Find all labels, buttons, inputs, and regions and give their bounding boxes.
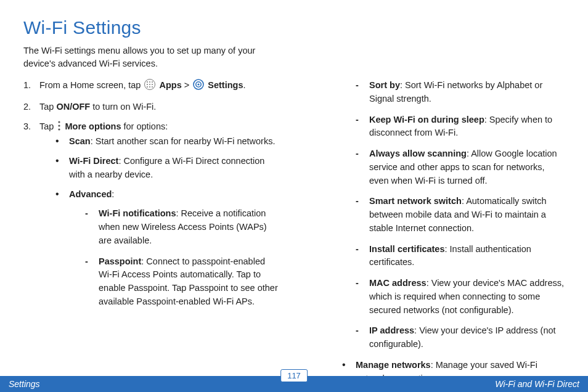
svg-point-15: [59, 128, 60, 130]
adv-sort-by: Sort by: Sort Wi-Fi networks by Alphabet…: [356, 79, 565, 106]
option-scan-title: Scan: [69, 136, 91, 146]
svg-point-3: [152, 81, 153, 83]
adv-keep-title: Keep Wi-Fi on during sleep: [369, 115, 484, 125]
option-wfd-title: Wi-Fi Direct: [69, 156, 118, 166]
adv-sort-title: Sort by: [369, 80, 400, 90]
adv-pass-title: Passpoint: [99, 256, 141, 266]
footer-right: Wi-Fi and Wi-Fi Direct: [294, 379, 588, 389]
more-options-icon: [57, 120, 61, 136]
svg-point-1: [147, 81, 148, 83]
intro-text: The Wi-Fi settings menu allows you to se…: [23, 44, 282, 70]
options-list: Scan: Start another scan for nearby Wi-F…: [55, 135, 278, 308]
svg-point-8: [149, 86, 150, 88]
step-2-a: Tap: [39, 102, 56, 112]
step-2: Tap ON/OFF to turn on Wi-Fi.: [23, 100, 278, 114]
svg-point-6: [152, 84, 153, 85]
page: Wi-Fi Settings The Wi-Fi settings menu a…: [0, 0, 588, 392]
adv-smart-title: Smart network switch: [369, 196, 462, 206]
option-wifi-direct: Wi-Fi Direct: Configure a Wi-Fi Direct c…: [55, 155, 278, 182]
adv-wifi-notifications: Wi-Fi notifications: Receive a notificat…: [85, 207, 278, 247]
page-title: Wi-Fi Settings: [23, 17, 565, 38]
advanced-list-part2: Sort by: Sort Wi-Fi networks by Alphabet…: [356, 79, 565, 351]
step-3-a: Tap: [39, 121, 56, 131]
option-scan: Scan: Start another scan for nearby Wi-F…: [55, 135, 278, 149]
step-3-b: More options: [65, 121, 121, 131]
apps-icon: [144, 79, 155, 94]
apps-label: Apps: [159, 80, 181, 90]
adv-mac-address: MAC address: View your device's MAC addr…: [356, 277, 565, 317]
step-1-end: .: [243, 80, 245, 90]
page-footer: Settings 117 Wi-Fi and Wi-Fi Direct: [0, 376, 588, 392]
option-mng-title: Manage networks: [356, 360, 431, 370]
option-advanced: Advanced: Wi-Fi notifications: Receive a…: [55, 188, 278, 309]
adv-mac-title: MAC address: [369, 278, 427, 288]
option-scan-desc: : Start another scan for nearby Wi-Fi ne…: [91, 136, 276, 146]
svg-point-5: [149, 84, 150, 85]
adv-notif-title: Wi-Fi notifications: [99, 208, 176, 218]
footer-page-number: 117: [280, 369, 308, 382]
adv-always-allow-scanning: Always allow scanning: Allow Google loca…: [356, 147, 565, 187]
step-3: Tap More options for options: Scan: Star…: [23, 120, 278, 309]
adv-smart-network-switch: Smart network switch: Automatically swit…: [356, 195, 565, 235]
step-1: From a Home screen, tap Apps > Settings.: [23, 79, 278, 94]
step-1-gt: >: [184, 80, 192, 90]
step-2-c: to turn on Wi-Fi.: [90, 102, 156, 112]
adv-scan-title: Always allow scanning: [369, 149, 467, 158]
step-1-text-a: From a Home screen, tap: [39, 80, 143, 90]
step-2-b: ON/OFF: [56, 102, 90, 112]
adv-keep-wifi-sleep: Keep Wi-Fi on during sleep: Specify when…: [356, 113, 565, 141]
adv-ip-title: IP address: [369, 325, 414, 335]
svg-point-13: [59, 121, 60, 123]
adv-ip-address: IP address: View your device's IP addres…: [356, 324, 565, 351]
footer-left: Settings: [0, 379, 294, 389]
advanced-continuation: Sort by: Sort Wi-Fi networks by Alphabet…: [326, 79, 565, 385]
option-adv-title: Advanced: [69, 189, 112, 199]
svg-point-12: [198, 83, 200, 85]
svg-point-7: [147, 86, 148, 88]
svg-point-14: [59, 125, 60, 126]
settings-label: Settings: [208, 80, 243, 90]
settings-icon: [193, 79, 204, 94]
content-columns: From a Home screen, tap Apps > Settings.…: [23, 79, 565, 385]
svg-point-4: [147, 84, 148, 85]
adv-passpoint: Passpoint: Connect to passpoint-enabled …: [85, 255, 278, 309]
svg-point-9: [152, 86, 153, 88]
advanced-list-part1: Wi-Fi notifications: Receive a notificat…: [85, 207, 278, 308]
svg-point-2: [149, 81, 150, 83]
adv-install-certificates: Install certificates: Install authentica…: [356, 243, 565, 270]
step-3-c: for options:: [121, 121, 168, 131]
adv-cert-title: Install certificates: [369, 244, 445, 254]
steps-list: From a Home screen, tap Apps > Settings.…: [23, 79, 278, 309]
